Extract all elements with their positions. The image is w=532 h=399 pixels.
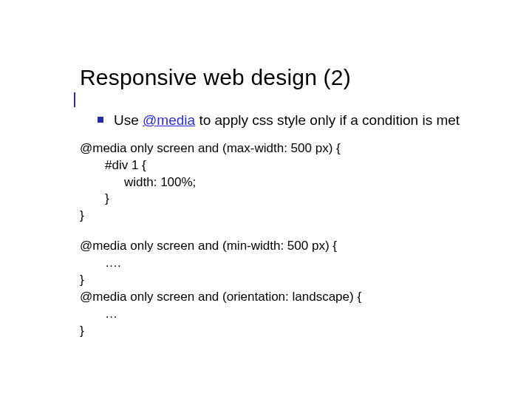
slide-title: Responsive web design (2): [80, 65, 532, 90]
code-line: ….: [80, 255, 532, 272]
code-line: }: [80, 191, 532, 208]
code-line: @media only screen and (max-width: 500 p…: [80, 141, 341, 155]
code-line: }: [80, 208, 84, 222]
bullet-text-post: to apply css style only if a condition i…: [195, 112, 460, 128]
media-link[interactable]: @media: [143, 112, 195, 128]
code-line: }: [80, 273, 84, 287]
bullet-item: Use @media to apply css style only if a …: [98, 111, 497, 130]
code-line: #div 1 {: [80, 157, 532, 174]
accent-bar: [74, 92, 75, 107]
code-line: @media only screen and (orientation: lan…: [80, 290, 361, 304]
code-block-2: @media only screen and (min-width: 500 p…: [80, 238, 532, 340]
bullet-text-pre: Use: [114, 112, 143, 128]
code-line: }: [80, 324, 84, 338]
code-line: width: 100%;: [80, 174, 532, 191]
code-line: @media only screen and (min-width: 500 p…: [80, 239, 337, 253]
code-block-1: @media only screen and (max-width: 500 p…: [80, 140, 532, 225]
bullet-text: Use @media to apply css style only if a …: [114, 111, 460, 130]
code-line: …: [80, 306, 532, 323]
square-bullet-icon: [98, 117, 103, 123]
slide: Responsive web design (2) Use @media to …: [0, 0, 532, 399]
